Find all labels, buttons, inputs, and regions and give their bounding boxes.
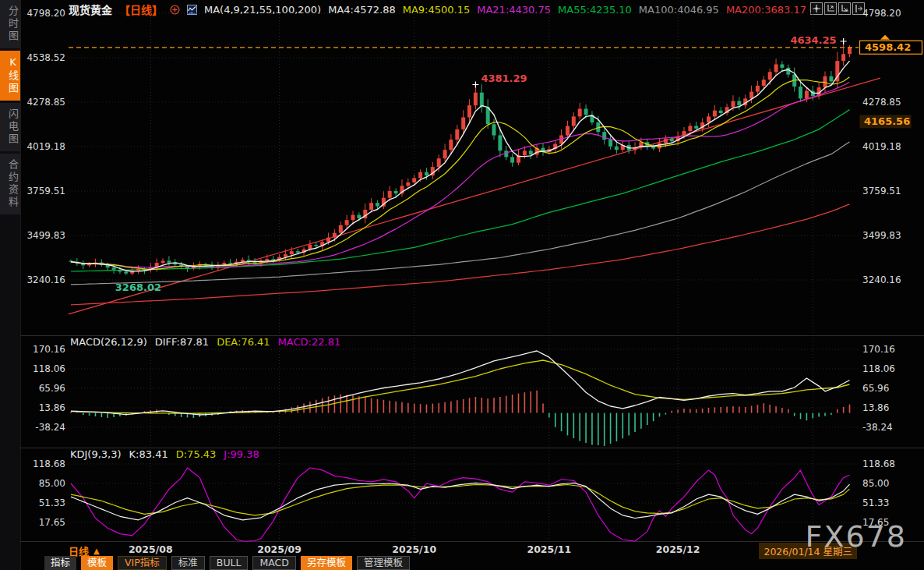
y-axis-label: 4798.20: [862, 8, 901, 19]
y-axis-label: 4019.18: [862, 141, 901, 152]
macd-header: MACD(26,12,9) DIFF:87.81 DEA:76.41 MACD:…: [70, 336, 340, 348]
y-axis-label: 17.65: [39, 517, 65, 528]
svg-text:4165.56: 4165.56: [864, 115, 910, 127]
macd-diff-value: DIFF:87.81: [155, 336, 209, 348]
y-axis-label: 3759.51: [862, 186, 901, 196]
toolbar-button[interactable]: 另存模板: [301, 556, 352, 570]
y-axis-label: 85.00: [39, 478, 65, 489]
toolbar-button[interactable]: MACD: [252, 556, 295, 570]
svg-text:4598.42: 4598.42: [865, 41, 911, 53]
y-axis-label: 3240.16: [26, 274, 65, 285]
toolbar-button[interactable]: 标准: [171, 556, 205, 570]
y-axis-label: 3240.16: [862, 274, 901, 285]
y-axis-label: 170.16: [33, 344, 65, 355]
y-axis-label: 65.96: [862, 383, 889, 394]
y-axis-label: 170.16: [862, 344, 895, 355]
y-axis-label: 3499.83: [26, 230, 65, 241]
toolbar-button[interactable]: BULL: [210, 556, 249, 570]
macd-title: MACD(26,12,9): [70, 336, 147, 348]
y-axis-label: 51.33: [862, 497, 889, 508]
triangle-up-icon: ▲: [93, 547, 100, 555]
y-axis-label: 4278.85: [26, 97, 65, 108]
y-axis-label: 118.06: [33, 363, 65, 374]
kdj-d-value: D:75.43: [176, 448, 217, 460]
svg-text:4381.29: 4381.29: [481, 73, 527, 84]
y-axis-label: 118.06: [862, 363, 895, 374]
y-axis-label: 3499.83: [862, 230, 901, 241]
y-axis-label: -38.24: [862, 422, 893, 433]
kdj-j-value: J:99.38: [224, 448, 259, 460]
annotations: 4381.294634.253268.02: [115, 34, 847, 293]
x-axis-month-label: 2025/11: [527, 543, 571, 555]
x-axis-month-label: 2025/12: [656, 543, 700, 555]
watermark: FX678: [806, 519, 907, 554]
y-axis-label: 3759.51: [26, 186, 65, 196]
high-marker-cross: [472, 82, 478, 88]
y-axis-label: 118.68: [33, 458, 65, 469]
macd-macd-value: MACD:22.81: [278, 336, 341, 348]
y-axis-label: 118.68: [862, 458, 895, 469]
macd-layer: [71, 351, 850, 446]
y-axis-label: 4798.20: [26, 8, 65, 19]
svg-text:3268.02: 3268.02: [115, 281, 161, 293]
y-axis-label: 4538.52: [26, 52, 65, 63]
y-axis-label: 13.86: [39, 402, 65, 413]
y-axis-label: 13.86: [862, 402, 889, 413]
current-price-badge: 4598.42: [860, 35, 922, 55]
x-axis-month-label: 2025/08: [129, 543, 173, 555]
chart-canvas[interactable]: 4798.204798.204538.524278.854278.854019.…: [0, 0, 924, 570]
x-axis-month-label: 2025/09: [257, 543, 302, 555]
svg-text:4634.25: 4634.25: [790, 34, 836, 46]
toolbar-button[interactable]: 管理模板: [357, 556, 410, 570]
kdj-k-value: K:83.41: [129, 448, 168, 460]
toolbar-button[interactable]: VIP指标: [118, 556, 167, 570]
toolbar-button[interactable]: 模板: [81, 556, 113, 570]
toolbar-button[interactable]: 指标: [44, 556, 76, 570]
high-marker-cross: [841, 38, 847, 44]
y-axis-label: 4278.85: [862, 97, 901, 108]
y-axis-label: 65.96: [39, 383, 65, 394]
grid-layer: [20, 8, 924, 542]
price-up-arrow-icon: [880, 35, 890, 40]
kdj-title: KDJ(9,3,3): [70, 448, 122, 460]
bottom-toolbar: 指标模板VIP指标标准BULLMACD另存模板管理模板: [44, 556, 410, 570]
y-axis-label: -38.24: [35, 422, 65, 433]
chart-window: 分时图K线图闪电图合约资料 现货黄金 【日线】 MA(4,9,21,55,100…: [0, 0, 924, 570]
y-axis-label: 4019.18: [26, 141, 65, 152]
ma-short-lines-layer: [71, 61, 850, 271]
kdj-layer: [71, 468, 850, 541]
x-axis-month-label: 2025/10: [392, 543, 436, 555]
y-axis-label: 85.00: [862, 478, 889, 489]
macd-dea-value: DEA:76.41: [217, 336, 270, 348]
y-axis-label: 51.33: [39, 497, 65, 508]
secondary-price-badge: 4165.56: [860, 115, 912, 128]
kdj-header: KDJ(9,3,3) K:83.41 D:75.43 J:99.38: [70, 448, 259, 460]
